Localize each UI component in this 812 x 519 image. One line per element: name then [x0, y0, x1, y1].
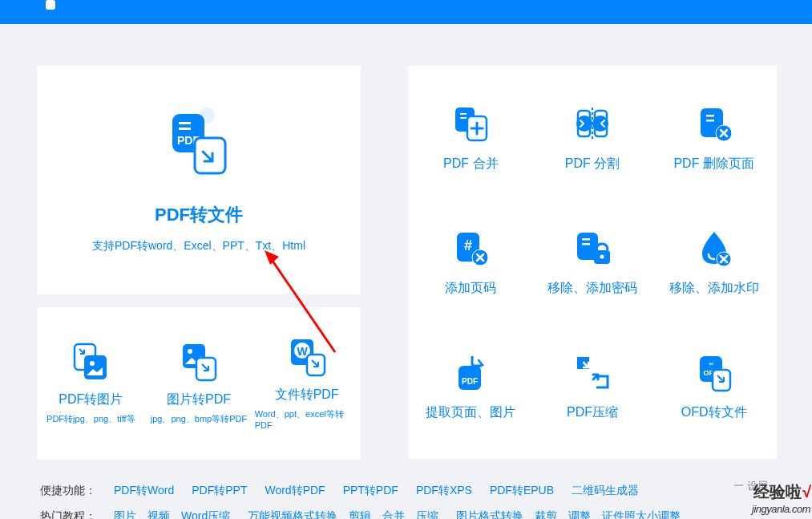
pdf-split-item[interactable]: PDF 分割: [538, 82, 648, 194]
hero-title: PDF转文件: [155, 203, 243, 227]
watermark-icon: [694, 228, 734, 268]
pdf-convert-icon: PDF: [163, 107, 235, 183]
svg-point-12: [188, 349, 192, 354]
item-subtitle: jpg、png、bmp等转PDF: [151, 413, 247, 425]
quick-links-row: 便捷功能： PDF转Word PDF转PPT Word转PDF PPT转PDF …: [40, 484, 639, 498]
add-page-number-item[interactable]: # 添加页码: [416, 206, 526, 318]
top-header-bar: [0, 0, 812, 24]
extract-item[interactable]: PDF 提取页面、图片: [416, 330, 526, 443]
svg-rect-36: [582, 243, 590, 245]
pdf-to-image-icon: [71, 342, 111, 382]
item-title: PDF 分割: [565, 156, 620, 172]
tutorial-links-row: 热门教程： 图片、视频、Word压缩 万能视频格式转换、剪辑、合并、压缩 图片格…: [40, 509, 681, 519]
item-title: 移除、添加密码: [547, 280, 637, 297]
main-content: PDF PDF转文件 支持PDF转word、Excel、PPT、Txt、Html…: [0, 24, 812, 519]
pdf-delete-page-item[interactable]: PDF 删除页面: [659, 82, 769, 194]
tutorial-link[interactable]: 图片、视频、Word压缩: [114, 509, 230, 519]
pdf-merge-icon: [450, 103, 491, 144]
svg-rect-5: [195, 138, 225, 173]
svg-rect-29: [706, 120, 714, 122]
password-icon: [572, 228, 612, 268]
tutorial-link[interactable]: 万能视频格式转换、剪辑、合并、压缩: [248, 509, 438, 519]
quick-link[interactable]: PPT转PDF: [343, 484, 398, 498]
svg-rect-3: [179, 128, 191, 130]
item-title: PDF 删除页面: [673, 156, 753, 172]
links-label: 热门教程：: [40, 509, 96, 519]
svg-rect-28: [706, 115, 714, 117]
quick-link[interactable]: PDF转XPS: [416, 484, 472, 498]
image-to-pdf-item[interactable]: 图片转PDF jpg、png、bmp等转PDF: [147, 342, 251, 425]
links-label: 便捷功能：: [40, 484, 96, 498]
pdf-merge-item[interactable]: PDF 合并: [416, 82, 526, 194]
item-title: PDF压缩: [567, 404, 618, 421]
svg-text:PDF: PDF: [462, 377, 478, 386]
quick-link[interactable]: PDF转Word: [114, 484, 174, 498]
item-title: 图片转PDF: [167, 391, 231, 408]
pdf-to-image-item[interactable]: PDF转图片 PDF转jpg、png、tiff等: [38, 342, 143, 425]
tutorial-link[interactable]: 图片格式转换、裁剪、调整、证件照大小调整: [456, 509, 681, 519]
page-number-icon: #: [450, 228, 491, 268]
ofd-convert-item[interactable]: ∞ OFD OFD转文件: [659, 330, 769, 443]
quick-link[interactable]: PDF转EPUB: [490, 484, 554, 498]
svg-text:W: W: [297, 345, 308, 358]
item-title: PDF转图片: [59, 391, 123, 408]
image-to-pdf-icon: [179, 342, 219, 382]
item-title: 提取页面、图片: [426, 404, 515, 421]
password-item[interactable]: 移除、添加密码: [538, 206, 648, 318]
pdf-to-file-hero[interactable]: PDF PDF转文件 支持PDF转word、Excel、PPT、Txt、Html: [37, 66, 361, 294]
item-subtitle: PDF转jpg、png、tiff等: [46, 413, 135, 425]
item-title: 添加页码: [445, 280, 496, 297]
left-tools-row: PDF转图片 PDF转jpg、png、tiff等 图片转PDF jpg、png、…: [37, 307, 361, 460]
ofd-icon: ∞ OFD: [694, 352, 734, 392]
svg-text:∞: ∞: [709, 360, 713, 367]
item-title: 文件转PDF: [275, 387, 339, 403]
svg-text:#: #: [464, 237, 472, 253]
item-subtitle: Word、ppt、excel等转PDF: [255, 408, 359, 430]
site-watermark: 经验啦√ jingyanla.com: [752, 481, 810, 515]
svg-rect-19: [460, 113, 467, 115]
pdf-split-icon: [572, 103, 612, 144]
hero-subtitle: 支持PDF转word、Excel、PPT、Txt、Html: [92, 239, 305, 253]
svg-point-10: [90, 361, 95, 366]
svg-point-38: [600, 255, 604, 259]
svg-rect-35: [582, 238, 590, 241]
svg-rect-2: [179, 122, 191, 124]
pdf-tools-grid: PDF 合并 PDF 分割: [408, 66, 777, 459]
pdf-delete-icon: [694, 103, 734, 144]
item-title: PDF 合并: [443, 156, 498, 172]
svg-rect-20: [460, 117, 467, 119]
quick-link[interactable]: Word转PDF: [265, 484, 325, 498]
compress-icon: [572, 352, 612, 392]
svg-rect-9: [84, 355, 107, 379]
header-dot: [46, 0, 55, 10]
file-to-pdf-icon: W: [287, 337, 327, 377]
compress-item[interactable]: PDF压缩: [538, 330, 648, 443]
file-to-pdf-item[interactable]: W 文件转PDF Word、ppt、excel等转PDF: [255, 337, 359, 430]
item-title: OFD转文件: [681, 404, 747, 421]
item-title: 移除、添加水印: [669, 280, 759, 297]
quick-link[interactable]: 二维码生成器: [572, 484, 639, 498]
extract-icon: PDF: [450, 352, 491, 392]
watermark-item[interactable]: 移除、添加水印: [659, 206, 769, 318]
quick-link[interactable]: PDF转PPT: [192, 484, 247, 498]
